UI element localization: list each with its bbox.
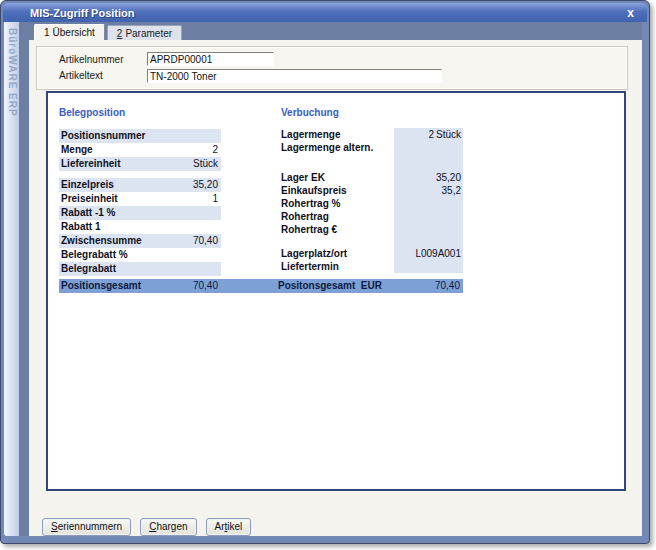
tab-hotkey: 2 [117,28,123,39]
tab-hotkey: 1 [44,27,50,38]
tab-uebersicht[interactable]: 1Übersicht [34,24,105,40]
row-label: Belegrabatt % [61,248,128,262]
table-row: Lager EK35,20 [281,171,463,184]
row-label: Rohertrag € [281,223,394,236]
row-label: Liefereinheit [61,157,120,171]
article-header-panel: Artikelnummer Artikeltext [37,47,627,89]
total-bar-gap [221,279,278,293]
tab-parameter[interactable]: 2Parameter [107,25,182,40]
row-label: Lager EK [281,171,394,184]
row-value [394,141,461,154]
row-value: 2 [394,128,434,141]
row-value [394,223,461,236]
verbuchung-title: Verbuchung [281,107,339,118]
close-icon[interactable]: x [627,5,634,21]
row-spacer [281,236,463,247]
positionsgesamt-eur-label: Positonsgesamt EUR [278,279,382,293]
table-row: Lagermenge altern. [281,141,463,154]
position-detail-panel: Belegposition Verbuchung Positionsnummer… [46,91,626,491]
positionsgesamt-eur-value: 70,40 [435,279,460,293]
positionsgesamt-value: 70,40 [193,279,218,293]
artikelnummer-input[interactable] [147,52,274,66]
row-label: Zwischensumme [61,234,142,248]
table-row: Einzelpreis35,20 [59,178,221,192]
chargen-button[interactable]: Chargen [140,518,196,536]
table-row: Zwischensumme70,40 [59,234,221,248]
row-label: Positionsnummer [61,129,145,143]
artikeltext-input[interactable] [147,69,442,83]
branding-sidebar: BüroWARE ERP [4,22,19,536]
row-label: Menge [61,143,93,157]
table-row: Belegrabatt [59,262,221,276]
tab-content-area: Artikelnummer Artikeltext Belegposition … [29,40,642,536]
row-value: L009A001 [394,247,461,260]
belegposition-title: Belegposition [59,107,125,118]
artikel-button[interactable]: Artikel [206,518,252,536]
row-label: Einkaufspreis [281,184,394,197]
row-unit: Stück [434,128,461,141]
table-row: Rohertrag [281,210,463,223]
table-row: Einkaufspreis35,2 [281,184,463,197]
button-bar: Seriennummern Chargen Artikel [42,518,251,536]
row-spacer [281,154,463,171]
table-row: Rohertrag % [281,197,463,210]
table-row: Menge2 [59,143,221,157]
table-row: Lagerplatz/ortL009A001 [281,247,463,260]
table-row: Lagermenge2Stück [281,128,463,141]
seriennummern-button[interactable]: Seriennummern [42,518,131,536]
table-row: Positionsnummer [59,129,221,143]
title-bar[interactable]: MIS-Zugriff Position x [3,3,647,22]
row-value: 70,40 [193,234,218,248]
row-label: Lagermenge [281,128,394,141]
artikelnummer-label: Artikelnummer [59,54,123,65]
belegposition-table: Positionsnummer Menge2 LiefereinheitStüc… [59,129,221,276]
table-row: LiefereinheitStück [59,157,221,171]
positionsgesamt-label: Positionsgesamt [61,279,141,293]
verbuchung-table: Lagermenge2Stück Lagermenge altern. Lage… [281,128,463,273]
row-label: Rabatt 1 [61,220,100,234]
dialog-body-background: 1Übersicht 2Parameter Artikelnummer Arti… [19,22,642,536]
artikeltext-label: Artikeltext [59,70,103,81]
position-total-bar: Positionsgesamt 70,40 Positonsgesamt EUR… [59,279,463,293]
row-value [394,210,461,223]
table-row: Belegrabatt % [59,248,221,262]
table-row: Preiseinheit1 [59,192,221,206]
row-value: 35,2 [394,184,461,197]
tab-bar: 1Übersicht 2Parameter [34,24,182,40]
row-label: Rohertrag % [281,197,394,210]
row-label: Rabatt -1 % [61,206,115,220]
brand-label: BüroWARE ERP [5,28,18,148]
tab-label: Parameter [125,28,172,39]
row-value: 1 [212,192,218,206]
dialog-window: MIS-Zugriff Position x 1Übersicht 2Param… [0,0,650,544]
table-row: Rabatt -1 % [59,206,221,220]
table-row: Rohertrag € [281,223,463,236]
row-value: Stück [193,157,218,171]
row-value: 35,20 [193,178,218,192]
row-label: Preiseinheit [61,192,118,206]
row-value [394,197,461,210]
row-label: Rohertrag [281,210,394,223]
tab-label: Übersicht [53,27,95,38]
table-row: Rabatt 1 [59,220,221,234]
row-value: 35,20 [394,171,461,184]
row-value: 2 [212,143,218,157]
row-label: Lagerplatz/ort [281,247,394,260]
row-label: Belegrabatt [61,262,116,276]
row-value [394,260,461,273]
row-label: Lagermenge altern. [281,141,394,154]
window-title: MIS-Zugriff Position [3,7,134,19]
row-label: Einzelpreis [61,178,114,192]
row-label: Liefertermin [281,260,394,273]
row-spacer [59,171,221,178]
table-row: Liefertermin [281,260,463,273]
